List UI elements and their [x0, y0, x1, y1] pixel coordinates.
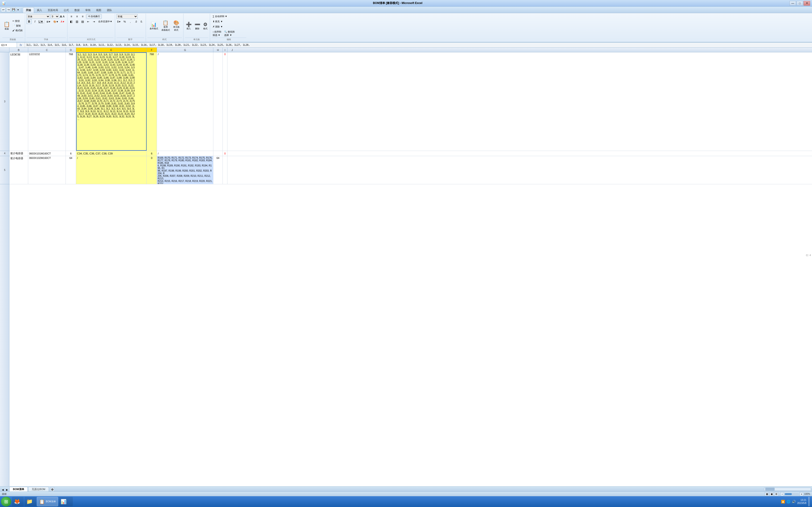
sheet-nav-next[interactable]: ▶ — [5, 488, 9, 492]
insert-cells-button[interactable]: ➕插入 — [185, 21, 193, 31]
comma-button[interactable]: , — [128, 19, 133, 24]
col-header-g[interactable]: G — [157, 48, 213, 52]
cell-style-button[interactable]: 🎨单元格样式 — [172, 19, 181, 33]
taskbar-bom-excel[interactable]: 📋 BOM清单 — [37, 497, 58, 506]
cell-i4[interactable]: 0 — [223, 151, 227, 156]
find-select-button[interactable]: 🔍 查找和选择 ▼ — [223, 30, 236, 38]
page-view-button[interactable]: ⊞ — [774, 492, 778, 496]
align-top-button[interactable]: ≡ — [69, 14, 74, 19]
cell-b3[interactable]: LED灯矩 — [9, 52, 28, 151]
font-shrink-button[interactable]: A — [63, 15, 64, 18]
col-header-b[interactable]: B — [9, 48, 28, 52]
font-family-select[interactable]: 宋体 — [27, 14, 50, 19]
tab-formula[interactable]: 公式 — [61, 7, 72, 13]
row-header-5[interactable]: 5 — [0, 156, 9, 184]
tab-data[interactable]: 数据 — [72, 7, 83, 13]
cell-d5[interactable]: 64 — [66, 156, 76, 184]
taskbar-firefox[interactable]: 🦊 — [12, 497, 24, 506]
align-middle-button[interactable]: ≡ — [74, 14, 80, 19]
cell-i3[interactable]: 0 — [223, 52, 227, 151]
close-button[interactable]: ✕ — [804, 1, 810, 6]
cell-i5[interactable] — [223, 156, 227, 184]
tab-insert[interactable]: 插入 — [34, 7, 45, 13]
accounting-button[interactable]: $▼ — [116, 19, 122, 24]
align-bottom-button[interactable]: ≡ — [80, 14, 85, 19]
cell-e3[interactable]: 1L1, 1L2, 1L3, 1L4, 1L5, 1L6, 1L7, 1L8, … — [76, 52, 147, 151]
undo-button[interactable]: ↩ — [1, 7, 6, 12]
dropdown-button[interactable]: ▼ — [16, 7, 20, 12]
zoom-in-button[interactable]: + — [800, 492, 803, 496]
cell-f3[interactable]: 768 — [147, 52, 157, 151]
cell-j4[interactable] — [227, 151, 237, 156]
border-button[interactable]: ⊞▼ — [45, 19, 52, 24]
maximize-button[interactable]: □ — [797, 1, 803, 6]
percent-button[interactable]: % — [122, 19, 128, 24]
cell-f4[interactable]: 6 — [147, 151, 157, 156]
delete-cells-button[interactable]: ➖删除 — [194, 21, 201, 31]
tab-view[interactable]: 视图 — [93, 7, 104, 13]
font-color-button[interactable]: A▼ — [60, 19, 66, 24]
autosum-button[interactable]: ∑ 自动求和 ▼ — [211, 14, 229, 19]
start-button[interactable]: ⊞ — [1, 497, 11, 507]
row-header-4[interactable]: 4 — [0, 151, 9, 156]
save-button[interactable]: 💾 — [11, 7, 16, 12]
redo-button[interactable]: ↪ — [6, 7, 11, 12]
col-header-d[interactable]: D — [66, 48, 76, 52]
zoom-slider[interactable] — [785, 493, 799, 495]
taskbar-excel[interactable]: 📊 — [59, 497, 73, 506]
cut-button[interactable]: ✂ 剪切 — [11, 19, 23, 23]
minimize-button[interactable]: — — [790, 1, 796, 6]
underline-button[interactable]: U▼ — [38, 19, 44, 24]
format-painter-button[interactable]: 🖌 格式刷 — [11, 29, 23, 33]
cell-h4[interactable] — [213, 151, 223, 156]
cell-c3[interactable]: LED3232 — [28, 52, 66, 151]
wrap-text-button[interactable]: ⟲ 自动换行 — [87, 14, 102, 19]
format-cells-button[interactable]: ⚙格式 — [202, 21, 208, 31]
clear-button[interactable]: ✗ 清除 ▼ — [211, 24, 224, 29]
cell-d4[interactable]: 6 — [66, 151, 76, 156]
tab-team[interactable]: 团队 — [104, 7, 115, 13]
sheet-tab-nofootprint[interactable]: 无面位BOM — [28, 487, 49, 492]
indent-decrease-button[interactable]: ⇤ — [86, 19, 91, 24]
cell-b4[interactable]: 瓷介电容器 — [9, 151, 28, 156]
table-format-button[interactable]: 📋套用表格格式 — [160, 19, 171, 33]
cell-e4[interactable]: C34, C35, C36, C37, C38, C39 — [76, 151, 147, 156]
indent-increase-button[interactable]: ⇥ — [91, 19, 97, 24]
font-size-select[interactable]: 9 — [51, 14, 59, 19]
fill-button[interactable]: ⬇ 填充 ▼ — [211, 19, 224, 24]
bold-button[interactable]: B — [27, 19, 32, 24]
col-header-h[interactable]: H — [213, 48, 223, 52]
cell-e5[interactable]: / — [76, 156, 147, 184]
normal-view-button[interactable]: ▦ — [765, 492, 769, 496]
cell-g4[interactable]: / — [157, 151, 213, 156]
cell-c5[interactable]: 0603X102M160CT — [28, 156, 66, 184]
align-left-button[interactable]: ◧ — [69, 19, 74, 24]
cell-j3[interactable] — [227, 52, 237, 151]
paste-button[interactable]: 📋 粘贴 — [2, 21, 11, 31]
formula-content[interactable]: 1L1, 1L2, 1L3, 1L4, 1L5, 1L6, 1L7, 1L8, … — [25, 44, 812, 46]
conditional-format-button[interactable]: 📊条件格式 — [149, 21, 159, 31]
cell-c4[interactable]: 0603X101M160CT — [28, 151, 66, 156]
row-header-3[interactable]: 3 — [0, 52, 9, 151]
show-desktop-button[interactable] — [808, 497, 810, 506]
col-header-f[interactable]: F — [147, 48, 157, 52]
decimal-increase-button[interactable]: .0 — [134, 19, 139, 24]
sort-filter-button[interactable]: ↕ 排序和筛选 ▼ — [211, 30, 223, 38]
cell-b5[interactable]: 瓷介电容器 — [9, 156, 28, 184]
sheet-tab-add[interactable]: ⊕ — [50, 487, 54, 492]
tab-start[interactable]: 开始 — [23, 7, 34, 13]
cell-g3[interactable]: / — [157, 52, 213, 151]
col-header-i[interactable]: I — [223, 48, 227, 52]
layout-view-button[interactable]: ▣ — [769, 492, 774, 496]
col-header-j[interactable]: J — [227, 48, 237, 52]
align-center-button[interactable]: ▥ — [74, 19, 80, 24]
cell-h5[interactable]: 64 — [213, 156, 223, 184]
font-grow-button[interactable]: A — [60, 15, 62, 18]
align-right-button[interactable]: ▤ — [80, 19, 85, 24]
col-header-c[interactable]: C — [28, 48, 66, 52]
cell-f5[interactable]: 0 — [147, 156, 157, 184]
tab-layout[interactable]: 页面布局 — [45, 7, 61, 13]
sheet-nav-prev[interactable]: ◀ — [1, 488, 5, 492]
cell-j5[interactable] — [227, 156, 237, 184]
fill-color-button[interactable]: 🎨▼ — [53, 19, 59, 24]
